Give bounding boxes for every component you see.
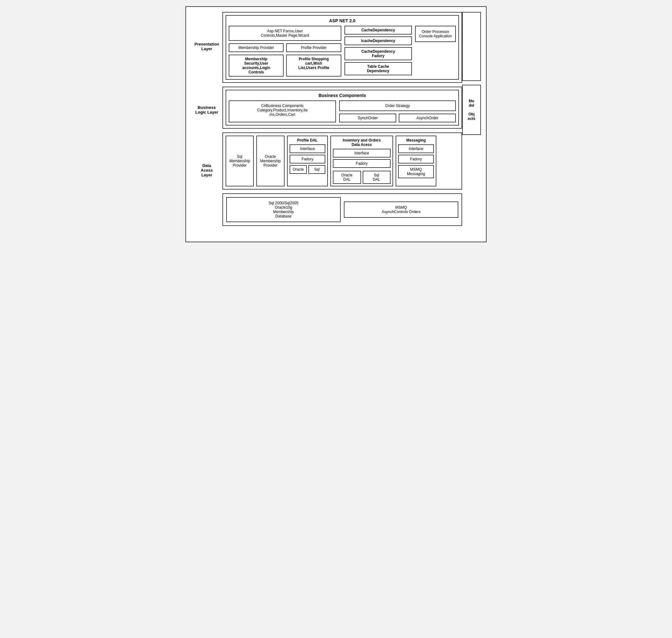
cache-stack: CacheDependency IcacheDependency CacheDe… xyxy=(344,26,412,75)
oracle-membership-box: Oracle Membership Provider xyxy=(256,136,285,186)
sql-membership-box: Sql Membership Provider xyxy=(226,136,254,186)
forms-box: Asp NET Forms,User Controls,Master Page,… xyxy=(229,26,341,41)
synch-row: SynchOrder AsynchOrder xyxy=(339,114,456,122)
business-layer-label: Business Logic Layer xyxy=(191,85,222,135)
asp-net-container: ASP NET 2.0 Asp NET Forms,User Controls,… xyxy=(226,15,459,80)
inv-orders-stack: Interface Fadory Oracle DAL Sql DAL xyxy=(333,149,391,184)
presentation-layer: ASP NET 2.0 Asp NET Forms,User Controls,… xyxy=(222,12,462,83)
right-sidebar-top xyxy=(462,12,481,81)
biz-content-row: C#Business Components Category,Product,I… xyxy=(229,100,456,122)
cache-dependency-box: CacheDependency xyxy=(344,26,412,35)
messaging-title: Messaging xyxy=(398,138,434,142)
profile-interface-box: Interface xyxy=(290,144,325,153)
inv-orders-container: Inventory and Orders Data Acess Interfac… xyxy=(330,136,393,186)
table-cache-box: Table Cache Dependency xyxy=(344,62,412,75)
layer-labels: Presentation Layer Business Logic Layer … xyxy=(191,12,222,237)
inv-oracle-dal-box: Oracle DAL xyxy=(333,171,361,184)
db-left-box: Sql 2000/Sql2005 Oracle10g Membership Da… xyxy=(226,197,341,222)
profile-sql-box: Sql xyxy=(308,165,325,174)
biz-right-col: Order Strategy SynchOrder AsynchOrder xyxy=(339,100,456,122)
profile-factory-box: Fadory xyxy=(290,155,325,164)
providers-row: Membership Provider Profile Provider xyxy=(229,43,341,52)
msg-interface-box: Interface xyxy=(398,144,434,153)
messaging-container: Messaging Interface Fadory MSMQ Messagin… xyxy=(396,136,436,186)
data-access-layer: Sql Membership Provider Oracle Membershi… xyxy=(222,132,462,189)
model-objects-box: Mo del Obj ects xyxy=(462,85,481,135)
order-strategy-box: Order Strategy xyxy=(339,100,456,111)
right-sidebar: Mo del Obj ects xyxy=(462,12,481,135)
inv-dal-row: Oracle DAL Sql DAL xyxy=(333,171,391,184)
profile-details-box: Profile Shopping cart,Wish List,Users Pr… xyxy=(286,55,341,77)
inv-sql-dal-box: Sql DAL xyxy=(363,171,391,184)
pres-content-row: Asp NET Forms,User Controls,Master Page,… xyxy=(229,26,456,77)
messaging-stack: Interface Fadory MSMQ Messaging xyxy=(398,144,434,178)
presentation-layer-label: Presentation Layer xyxy=(191,12,222,81)
cache-factory-box: CacheDependency Fadory xyxy=(344,47,412,60)
membership-details-box: Membership Security,User accounts,Login … xyxy=(229,55,283,77)
profile-dal-container: Profile DAL Interface Fadory Oracle Sql xyxy=(287,136,328,186)
profile-dal-title: Profile DAL xyxy=(290,138,325,142)
icache-dependency-box: IcacheDependency xyxy=(344,36,412,45)
business-layer: Business Components C#Business Component… xyxy=(222,87,462,129)
diagram: Presentation Layer Business Logic Layer … xyxy=(185,6,487,242)
dal-content: Sql Membership Provider Oracle Membershi… xyxy=(226,136,459,186)
db-layer-label xyxy=(191,205,222,237)
biz-components-box: C#Business Components Category,Product,I… xyxy=(229,100,336,122)
db-right-box: MSMQ AsynchControls Orders xyxy=(344,201,458,218)
details-row: Membership Security,User accounts,Login … xyxy=(229,55,341,77)
profile-oracle-box: Oracle xyxy=(290,165,307,174)
biz-title: Business Components xyxy=(229,93,456,98)
inv-factory-box: Fadory xyxy=(333,159,391,168)
profile-provider-box: Profile Provider xyxy=(286,43,341,52)
layers-content: ASP NET 2.0 Asp NET Forms,User Controls,… xyxy=(222,12,462,226)
synch-order-box: SynchOrder xyxy=(339,114,396,122)
membership-providers: Sql Membership Provider Oracle Membershi… xyxy=(226,136,285,186)
pres-left-col: Asp NET Forms,User Controls,Master Page,… xyxy=(229,26,341,77)
dal-layer-label: Data Acess Layer xyxy=(191,139,222,201)
asynch-order-box: AsynchOrder xyxy=(399,114,456,122)
asp-net-title: ASP NET 2.0 xyxy=(229,18,456,23)
msg-factory-box: Fadory xyxy=(398,155,434,164)
biz-container: Business Components C#Business Component… xyxy=(226,90,459,125)
inv-orders-title: Inventory and Orders Data Acess xyxy=(333,138,391,147)
membership-provider-box: Membership Provider xyxy=(229,43,283,52)
msg-msmq-box: MSMQ Messaging xyxy=(398,165,434,178)
inv-interface-box: Interface xyxy=(333,149,391,157)
database-layer: Sql 2000/Sql2005 Oracle10g Membership Da… xyxy=(222,193,462,226)
order-processor-box: Order Processor Console Application xyxy=(415,26,456,42)
profile-dal-stack: Interface Fadory Oracle Sql xyxy=(290,144,325,174)
